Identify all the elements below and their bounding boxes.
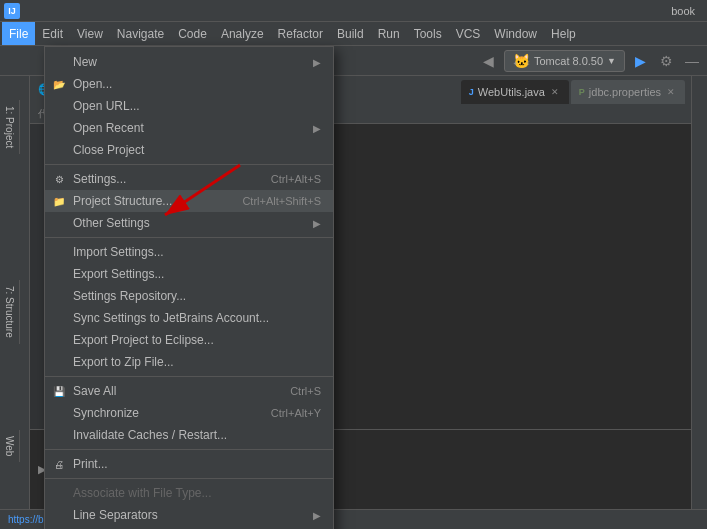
menu-line-separators[interactable]: Line Separators ▶ xyxy=(45,504,333,526)
menu-open-recent-label: Open Recent xyxy=(73,121,144,135)
tomcat-label: Tomcat 8.0.50 xyxy=(534,55,603,67)
back-button[interactable]: ◀ xyxy=(478,50,500,72)
title-bar: IJ book xyxy=(0,0,707,22)
menu-close-project-label: Close Project xyxy=(73,143,144,157)
menu-settings[interactable]: ⚙ Settings... Ctrl+Alt+S xyxy=(45,168,333,190)
menu-print[interactable]: 🖨 Print... xyxy=(45,453,333,475)
tab-webutils-close[interactable]: ✕ xyxy=(549,86,561,98)
tomcat-selector[interactable]: 🐱 Tomcat 8.0.50 ▼ xyxy=(504,50,625,72)
menu-window[interactable]: Window xyxy=(487,22,544,45)
menu-new[interactable]: New ▶ xyxy=(45,51,333,73)
settings-button[interactable]: ⚙ xyxy=(655,50,677,72)
menu-project-structure[interactable]: 📁 Project Structure... Ctrl+Alt+Shift+S xyxy=(45,190,333,212)
menu-settings-repository-label: Settings Repository... xyxy=(73,289,186,303)
menu-open[interactable]: 📂 Open... xyxy=(45,73,333,95)
tab-jdbc[interactable]: P jdbc.properties ✕ xyxy=(571,80,685,104)
tomcat-dropdown-icon: ▼ xyxy=(607,56,616,66)
menu-associate-file-type-label: Associate with File Type... xyxy=(73,486,212,500)
menu-synchronize[interactable]: Synchronize Ctrl+Alt+Y xyxy=(45,402,333,424)
menu-analyze[interactable]: Analyze xyxy=(214,22,271,45)
menu-open-url[interactable]: Open URL... xyxy=(45,95,333,117)
menu-open-url-label: Open URL... xyxy=(73,99,140,113)
run-button[interactable]: ▶ xyxy=(629,50,651,72)
sidebar-tab-web[interactable]: Web xyxy=(0,430,20,462)
menu-export-eclipse-label: Export Project to Eclipse... xyxy=(73,333,214,347)
menu-tools[interactable]: Tools xyxy=(407,22,449,45)
menu-export-settings-label: Export Settings... xyxy=(73,267,164,281)
menu-view[interactable]: View xyxy=(70,22,110,45)
menu-refactor[interactable]: Refactor xyxy=(271,22,330,45)
menu-sync-settings[interactable]: Sync Settings to JetBrains Account... xyxy=(45,307,333,329)
menu-other-settings-arrow: ▶ xyxy=(313,218,321,229)
menu-close-project[interactable]: Close Project xyxy=(45,139,333,161)
menu-file[interactable]: File xyxy=(2,22,35,45)
toolbar-right: ◀ 🐱 Tomcat 8.0.50 ▼ ▶ ⚙ — xyxy=(478,50,703,72)
minimize-button[interactable]: — xyxy=(681,50,703,72)
menu-synchronize-shortcut: Ctrl+Alt+Y xyxy=(271,407,321,419)
left-sidebar: 1: Project 7: Structure Web xyxy=(0,76,30,529)
menu-save-all[interactable]: 💾 Save All Ctrl+S xyxy=(45,380,333,402)
menu-import-settings-label: Import Settings... xyxy=(73,245,164,259)
menu-help[interactable]: Help xyxy=(544,22,583,45)
sidebar-tab-project[interactable]: 1: Project xyxy=(0,100,20,154)
menu-associate-file-type: Associate with File Type... xyxy=(45,482,333,504)
menu-settings-label: Settings... xyxy=(73,172,126,186)
menu-project-structure-label: Project Structure... xyxy=(73,194,172,208)
menu-export-zip-label: Export to Zip File... xyxy=(73,355,174,369)
menu-open-recent-arrow: ▶ xyxy=(313,123,321,134)
menu-sync-settings-label: Sync Settings to JetBrains Account... xyxy=(73,311,269,325)
menu-new-label: New xyxy=(73,55,97,69)
print-icon: 🖨 xyxy=(51,456,67,472)
menu-open-label: Open... xyxy=(73,77,112,91)
save-icon: 💾 xyxy=(51,383,67,399)
tab-webutils-label: WebUtils.java xyxy=(478,86,545,98)
window-title: book xyxy=(24,5,703,17)
menu-project-structure-shortcut: Ctrl+Alt+Shift+S xyxy=(242,195,321,207)
tab-webutils[interactable]: J WebUtils.java ✕ xyxy=(461,80,569,104)
menu-invalidate-caches-label: Invalidate Caches / Restart... xyxy=(73,428,227,442)
separator-2 xyxy=(45,237,333,238)
menu-settings-shortcut: Ctrl+Alt+S xyxy=(271,173,321,185)
menu-print-label: Print... xyxy=(73,457,108,471)
menu-edit[interactable]: Edit xyxy=(35,22,70,45)
app-icon: IJ xyxy=(4,3,20,19)
menu-export-settings[interactable]: Export Settings... xyxy=(45,263,333,285)
settings-menu-icon: ⚙ xyxy=(51,171,67,187)
separator-1 xyxy=(45,164,333,165)
menu-new-arrow: ▶ xyxy=(313,57,321,68)
right-sidebar xyxy=(691,76,707,529)
tab-jdbc-label: jdbc.properties xyxy=(589,86,661,98)
menu-invalidate-caches[interactable]: Invalidate Caches / Restart... xyxy=(45,424,333,446)
menu-other-settings[interactable]: Other Settings ▶ xyxy=(45,212,333,234)
menu-code[interactable]: Code xyxy=(171,22,214,45)
menu-settings-repository[interactable]: Settings Repository... xyxy=(45,285,333,307)
menu-save-all-label: Save All xyxy=(73,384,116,398)
project-structure-icon: 📁 xyxy=(51,193,67,209)
separator-4 xyxy=(45,449,333,450)
menu-bar: File Edit View Navigate Code Analyze Ref… xyxy=(0,22,707,46)
menu-export-eclipse[interactable]: Export Project to Eclipse... xyxy=(45,329,333,351)
menu-other-settings-label: Other Settings xyxy=(73,216,150,230)
props-file-icon: P xyxy=(579,87,585,97)
menu-synchronize-label: Synchronize xyxy=(73,406,139,420)
separator-5 xyxy=(45,478,333,479)
menu-open-recent[interactable]: Open Recent ▶ xyxy=(45,117,333,139)
sidebar-tab-structure[interactable]: 7: Structure xyxy=(0,280,20,344)
menu-import-settings[interactable]: Import Settings... xyxy=(45,241,333,263)
tab-jdbc-close[interactable]: ✕ xyxy=(665,86,677,98)
menu-vcs[interactable]: VCS xyxy=(449,22,488,45)
menu-line-separators-arrow: ▶ xyxy=(313,510,321,521)
menu-run[interactable]: Run xyxy=(371,22,407,45)
menu-line-separators-label: Line Separators xyxy=(73,508,158,522)
folder-open-icon: 📂 xyxy=(51,76,67,92)
separator-3 xyxy=(45,376,333,377)
tomcat-icon: 🐱 xyxy=(513,53,530,69)
menu-export-zip[interactable]: Export to Zip File... xyxy=(45,351,333,373)
menu-navigate[interactable]: Navigate xyxy=(110,22,171,45)
java-file-icon: J xyxy=(469,87,474,97)
menu-save-all-shortcut: Ctrl+S xyxy=(290,385,321,397)
file-dropdown-menu: New ▶ 📂 Open... Open URL... Open Recent … xyxy=(44,46,334,529)
menu-build[interactable]: Build xyxy=(330,22,371,45)
